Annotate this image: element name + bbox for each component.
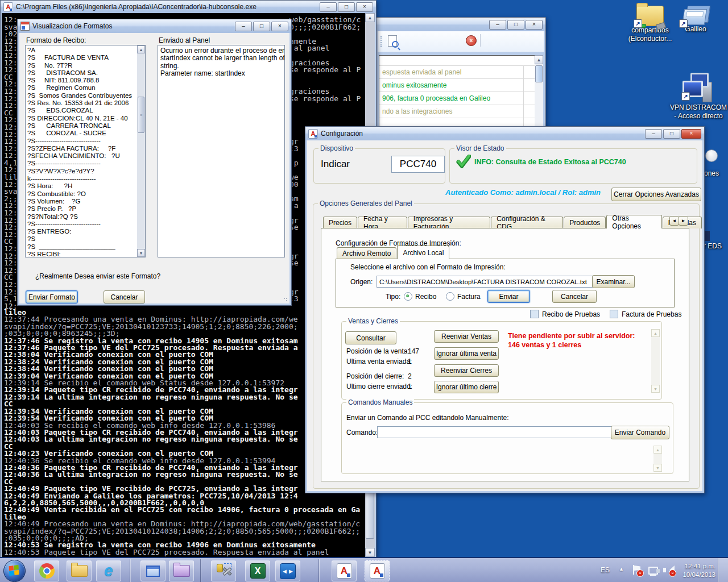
taskbar-item-explorer[interactable] — [67, 560, 92, 581]
tab-otras-opciones[interactable]: Otras Opciones — [606, 215, 661, 228]
format-text: ?A ?S FACTURA DE VENTA ?S No. ?T?R ?S DI… — [26, 45, 145, 257]
tab-scroll-right-icon[interactable]: ► — [679, 216, 688, 226]
taskbar-item-teamviewer[interactable]: ◄► — [275, 560, 300, 581]
formats-dialog[interactable]: Visualizacion de Formatos – □ × Formato … — [17, 19, 292, 306]
reenviar-cierres-button[interactable]: Reenviar Cierres — [434, 364, 499, 377]
log-row[interactable]: ominus exitosamente — [379, 79, 535, 92]
origin-input[interactable]: C:\Users\DISTRACOM\Desktop\FACTURA DISTR… — [377, 276, 594, 288]
tab-configuraci-n-cdg[interactable]: Configuración & CDG — [491, 217, 563, 228]
select-file-label: Seleccione el archivo con el Formato de … — [350, 263, 506, 271]
close-advanced-button[interactable]: Cerrar Opciones Avanzadas — [611, 188, 701, 201]
volume-muted-icon[interactable]: × — [663, 565, 676, 576]
taskbar-item-ia-hub-active[interactable]: A — [365, 560, 390, 581]
clock[interactable]: 12:41 p.m. 10/04/2013 — [680, 562, 715, 579]
network-icon[interactable] — [648, 566, 660, 576]
send-button[interactable]: Enviar — [487, 290, 530, 303]
tab-impresoras-y-facturaci-n[interactable]: Impresoras y Facturación — [408, 217, 491, 228]
close-icon[interactable]: × — [356, 2, 373, 12]
sales-field-value: 1 — [408, 383, 412, 390]
radio-factura[interactable]: Factura — [446, 292, 481, 301]
checkbox-recibo-pruebas[interactable]: Recibo de Pruebas — [530, 310, 600, 318]
minimize-icon[interactable]: – — [320, 2, 337, 12]
taskbar-item-app-folder[interactable] — [169, 560, 194, 581]
close-icon[interactable]: × — [681, 129, 701, 139]
radio-recibo[interactable]: Recibo — [404, 292, 436, 301]
log-grid-scrollbar[interactable]: ▲ — [535, 55, 543, 129]
log-row[interactable]: ndo a las integraciones — [379, 105, 535, 118]
browse-button[interactable]: Examinar... — [592, 275, 635, 288]
log-window-titlebar[interactable]: – □ × — [376, 18, 545, 31]
scroll-up-icon[interactable]: ▲ — [365, 13, 375, 22]
tab-productos[interactable]: Productos — [564, 217, 606, 228]
resize-grip[interactable] — [283, 297, 288, 302]
scroll-down-icon[interactable]: ▼ — [653, 464, 662, 472]
ignorar-ltima-venta-button[interactable]: Ignorar última venta — [434, 347, 499, 360]
sent-textarea[interactable]: Ocurrio un error durante el proceso de e… — [158, 45, 285, 257]
scroll-up-icon[interactable]: ▲ — [137, 45, 145, 53]
send-format-button[interactable]: Enviar Formato — [26, 290, 78, 304]
restore-icon[interactable]: □ — [338, 2, 355, 12]
tab-scroll-left-icon[interactable]: ◄ — [669, 216, 679, 226]
action-center-flag-icon[interactable]: × — [633, 565, 642, 576]
show-desktop-button[interactable] — [718, 558, 728, 582]
close-icon[interactable]: × — [526, 20, 543, 30]
device-input[interactable]: PCC740 — [391, 156, 445, 173]
sales-scrollbar[interactable]: ▲ ▼ — [651, 329, 660, 393]
consult-button[interactable]: Consultar — [345, 331, 396, 344]
config-titlebar[interactable]: A Configuración – □ × — [305, 127, 704, 140]
radio-icon[interactable] — [446, 292, 454, 301]
radio-selected-icon[interactable] — [404, 292, 412, 301]
scroll-down-icon[interactable]: ▼ — [137, 249, 145, 257]
preview-icon[interactable] — [388, 35, 397, 47]
log-row[interactable]: 906, factura 0 procesada en Galileo — [379, 92, 535, 105]
log-grid[interactable]: espuesta enviada al panelominus exitosam… — [379, 55, 535, 129]
formats-dialog-titlebar[interactable]: Visualizacion de Formatos – □ × — [18, 19, 291, 33]
config-window[interactable]: A Configuración – □ × Dispositivo Indica… — [305, 126, 705, 493]
scroll-up-icon[interactable]: ▲ — [653, 446, 662, 454]
tab-precios[interactable]: Precios — [323, 217, 357, 228]
reenviar-ventas-button[interactable]: Reenviar Ventas — [434, 330, 499, 343]
minimize-icon[interactable]: – — [489, 20, 506, 30]
scroll-down-icon[interactable]: ▼ — [651, 385, 660, 393]
minimize-icon[interactable]: – — [645, 129, 662, 139]
taskbar-item-excel[interactable]: X — [245, 560, 270, 581]
command-scrollbar[interactable]: ▲ ▼ — [653, 446, 662, 472]
console-titlebar[interactable]: A C:\Program Files (x86)\Ingeniería Apro… — [1, 1, 376, 13]
restore-icon[interactable]: □ — [253, 22, 270, 31]
ia-hub-icon: A — [337, 563, 352, 579]
scroll-up-icon[interactable]: ▲ — [651, 329, 660, 337]
checkbox-factura-pruebas[interactable]: Factura de Pruebas — [610, 310, 681, 318]
subtab-archivo-remoto[interactable]: Archivo Remoto — [337, 247, 396, 259]
checkbox-icon[interactable] — [610, 310, 618, 318]
minimize-icon[interactable]: – — [235, 22, 252, 31]
format-textarea[interactable]: ?A ?S FACTURA DE VENTA ?S No. ?T?R ?S DI… — [25, 45, 146, 257]
close-icon[interactable]: × — [271, 22, 288, 31]
format-scrollbar[interactable]: ▲ ▼ ≡ — [137, 45, 145, 257]
command-input[interactable] — [377, 426, 613, 438]
cancel-button[interactable]: Cancelar — [552, 290, 597, 303]
scroll-up-icon[interactable]: ▲ — [535, 55, 543, 64]
subtab-archivo-local[interactable]: Archivo Local — [397, 246, 449, 259]
hidden-icons-arrow-icon[interactable]: ▲ — [619, 566, 624, 572]
restore-icon[interactable]: □ — [507, 20, 524, 30]
log-window[interactable]: – □ × × espuesta enviada al panelominus … — [375, 17, 546, 130]
restore-icon[interactable]: □ — [663, 129, 680, 139]
cancel-button[interactable]: Cancelar — [104, 290, 145, 304]
send-command-button[interactable]: Enviar Comando — [611, 426, 669, 439]
stop-icon[interactable]: × — [466, 35, 477, 46]
desktop-icon-compartidos[interactable]: ↗ compartidos (Elconductor... — [620, 3, 680, 43]
taskbar-item-ia-hub[interactable]: A — [332, 560, 357, 581]
desktop-icon-galileo[interactable]: ↗ Galileo — [676, 2, 715, 34]
taskbar-item-internet-explorer[interactable]: e — [96, 560, 121, 581]
taskbar-item-chrome[interactable] — [34, 560, 59, 581]
tab-fecha-y-hora[interactable]: Fecha y Hora — [358, 217, 407, 228]
log-row[interactable]: espuesta enviada al panel — [379, 66, 535, 79]
ignorar-ltimo-cierre-button[interactable]: Ignorar último cierre — [434, 381, 499, 393]
checkbox-icon[interactable] — [530, 310, 539, 318]
scroll-down-icon[interactable]: ▼ — [365, 548, 375, 557]
start-button[interactable] — [3, 560, 26, 582]
taskbar-item-config-tools[interactable] — [211, 560, 236, 581]
language-indicator[interactable]: ES — [601, 566, 610, 574]
desktop-icon-vpn[interactable]: ↗ VPN DISTRACOM - Acceso directo — [670, 72, 727, 120]
taskbar-item-app-window[interactable] — [140, 560, 166, 581]
